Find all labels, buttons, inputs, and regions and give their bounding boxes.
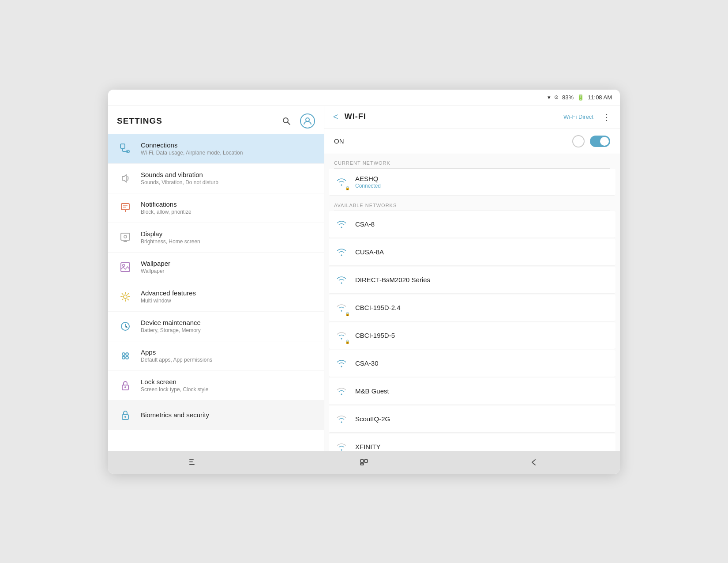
aeshq-info: AESHQ Connected (355, 175, 381, 189)
wifi-toggle-label: ON (334, 137, 569, 145)
back-nav-button[interactable] (522, 453, 548, 471)
svg-rect-11 (121, 233, 130, 240)
network-item-csa30[interactable]: CSA-30 (329, 350, 615, 377)
connections-sub: Wi-Fi, Data usage, Airplane mode, Locati… (141, 150, 243, 156)
lockscreen-sub: Screen lock type, Clock style (141, 386, 208, 393)
mbguest-name: M&B Guest (355, 387, 389, 395)
advanced-label: Advanced features (141, 289, 196, 297)
connections-icon (117, 140, 134, 157)
sounds-text: Sounds and vibration Sounds, Vibration, … (141, 171, 218, 185)
settings-header-icons (279, 113, 315, 128)
settings-item-device[interactable]: Device maintenance Battery, Storage, Mem… (108, 312, 324, 341)
network-item-xfinity[interactable]: XFINITY (329, 434, 615, 451)
search-button[interactable] (279, 113, 294, 128)
svg-rect-32 (360, 463, 364, 465)
profile-button[interactable] (300, 113, 315, 128)
connections-label: Connections (141, 141, 243, 149)
apps-label: Apps (141, 348, 212, 356)
biometrics-label: Biometrics and security (141, 411, 209, 419)
battery-percent: 83% (562, 94, 574, 101)
aeshq-wifi-icon: 🔒 (334, 174, 349, 189)
svg-rect-31 (364, 460, 368, 462)
xfinity-name: XFINITY (355, 443, 381, 450)
display-label: Display (141, 230, 200, 238)
settings-item-connections[interactable]: Connections Wi-Fi, Data usage, Airplane … (108, 134, 324, 164)
settings-item-advanced[interactable]: Advanced features Multi window (108, 282, 324, 312)
toggle-circle[interactable] (572, 135, 585, 147)
home-nav-button[interactable] (351, 453, 377, 471)
cbci24-wifi-icon: 🔒 (334, 300, 349, 315)
settings-title: SETTINGS (117, 116, 162, 126)
scoutiq-name: ScoutIQ-2G (355, 415, 390, 423)
wifi-status-icon: ⊙ (554, 94, 559, 100)
biometrics-icon (117, 407, 134, 423)
settings-item-display[interactable]: Display Brightness, Home screen (108, 223, 324, 253)
current-network-label: CURRENT NETWORK (329, 154, 615, 168)
toggle-knob (600, 137, 609, 146)
network-item-csa8[interactable]: CSA-8 (329, 211, 615, 238)
apps-icon (117, 348, 134, 364)
lock-icon-cbci5: 🔒 (345, 340, 350, 344)
svg-rect-27 (189, 459, 194, 460)
network-item-cbci5[interactable]: 🔒 CBCI-195D-5 (329, 322, 615, 349)
device-frame: ▾ ⊙ 83% 🔋 11:08 AM SETTINGS (108, 90, 620, 474)
wifi-title: WI-FI (345, 112, 559, 121)
csa8-name: CSA-8 (355, 220, 375, 228)
svg-rect-30 (360, 460, 364, 462)
device-icon (117, 318, 134, 335)
menu-nav-button[interactable] (180, 453, 206, 471)
left-panel: SETTINGS (108, 106, 324, 451)
settings-item-lockscreen[interactable]: Lock screen Screen lock type, Clock styl… (108, 371, 324, 401)
more-options-button[interactable]: ⋮ (602, 112, 611, 122)
profile-icon (303, 117, 312, 125)
apps-sub: Default apps, App permissions (141, 357, 212, 363)
lockscreen-text: Lock screen Screen lock type, Clock styl… (141, 378, 208, 393)
settings-item-sounds[interactable]: Sounds and vibration Sounds, Vibration, … (108, 164, 324, 193)
svg-point-16 (123, 264, 125, 266)
lock-icon: 🔒 (345, 186, 350, 190)
settings-item-apps[interactable]: Apps Default apps, App permissions (108, 341, 324, 371)
mbguest-wifi-icon (334, 384, 349, 399)
settings-item-biometrics[interactable]: Biometrics and security (108, 401, 324, 430)
direct-name: DIRECT-BsM2020 Series (355, 276, 430, 283)
advanced-sub: Multi window (141, 298, 196, 304)
settings-list: Connections Wi-Fi, Data usage, Airplane … (108, 134, 324, 451)
wifi-toggle-switch[interactable] (590, 136, 610, 147)
battery-icon: 🔋 (577, 94, 584, 101)
svg-rect-7 (121, 204, 129, 210)
svg-point-22 (126, 356, 128, 359)
settings-item-wallpaper[interactable]: Wallpaper Wallpaper (108, 253, 324, 282)
biometrics-text: Biometrics and security (141, 411, 209, 419)
network-item-aeshq[interactable]: 🔒 AESHQ Connected (329, 169, 615, 196)
svg-point-17 (124, 295, 127, 299)
sounds-sub: Sounds, Vibration, Do not disturb (141, 179, 218, 185)
settings-item-notifications[interactable]: Notifications Block, allow, prioritize (108, 193, 324, 223)
display-icon (117, 229, 134, 246)
advanced-text: Advanced features Multi window (141, 289, 196, 304)
network-item-mbguest[interactable]: M&B Guest (329, 378, 615, 405)
settings-header: SETTINGS (108, 106, 324, 134)
notifications-icon (117, 200, 134, 216)
time: 11:08 AM (588, 94, 612, 101)
svg-point-24 (124, 386, 126, 388)
network-item-cusa8a[interactable]: CUSA-8A (329, 239, 615, 266)
svg-point-2 (306, 118, 309, 121)
svg-point-21 (122, 356, 125, 359)
network-item-direct[interactable]: DIRECT-BsM2020 Series (329, 267, 615, 294)
back-button[interactable]: < (333, 112, 338, 122)
available-networks-label: AVAILABLE NETWORKS (329, 196, 615, 211)
csa30-wifi-icon (334, 356, 349, 371)
wallpaper-icon (117, 259, 134, 276)
network-item-scoutiq[interactable]: ScoutIQ-2G (329, 406, 615, 433)
direct-wifi-icon (334, 272, 349, 287)
network-item-cbci24[interactable]: 🔒 CBCI-195D-2.4 (329, 295, 615, 321)
back-icon (530, 458, 540, 466)
wifi-direct-button[interactable]: Wi-Fi Direct (563, 113, 593, 120)
device-text: Device maintenance Battery, Storage, Mem… (141, 319, 201, 333)
csa30-name: CSA-30 (355, 359, 379, 367)
bottom-nav (108, 451, 620, 474)
aeshq-name: AESHQ (355, 175, 381, 182)
svg-rect-28 (189, 461, 193, 462)
scoutiq-wifi-icon (334, 412, 349, 427)
lock-icon-cbci24: 🔒 (345, 312, 350, 316)
